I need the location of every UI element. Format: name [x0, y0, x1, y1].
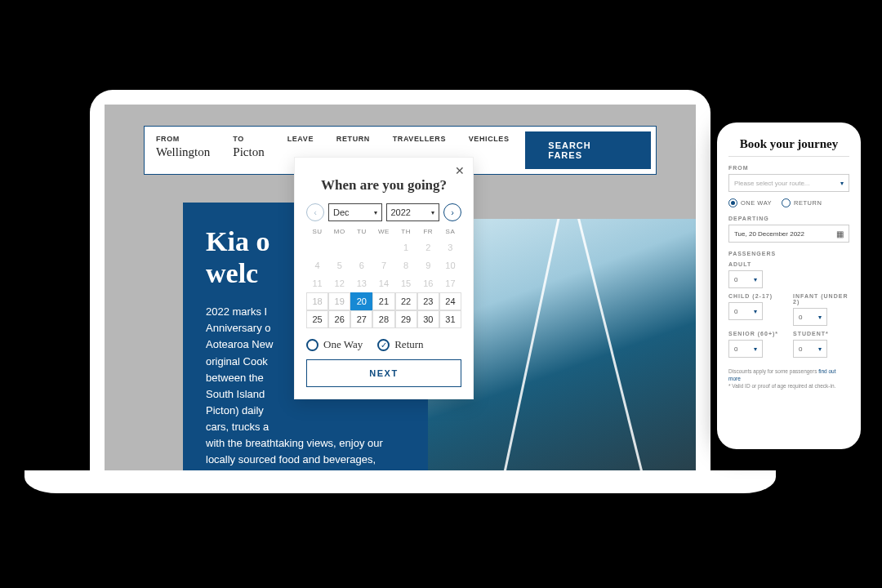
calendar-day[interactable]: 31	[439, 310, 461, 328]
laptop-screen: FROM Wellington TO Picton LEAVE RETURN T…	[105, 105, 696, 482]
calendar-day: 15	[395, 274, 417, 292]
calendar-day[interactable]: 20	[350, 292, 372, 310]
popover-title: When are you going?	[306, 177, 461, 194]
chevron-down-icon: ▾	[818, 314, 822, 321]
to-field[interactable]: TO Picton	[221, 127, 275, 174]
day-of-week-header: SUMOTUWETHFRSA	[306, 228, 461, 235]
calendar-day[interactable]: 19	[328, 292, 350, 310]
calendar-day: 6	[350, 256, 372, 274]
infant-label: INFANT (UNDER 2)	[793, 293, 849, 305]
to-value: Picton	[233, 145, 264, 159]
phone-screen: Book your journey FROM Please select you…	[728, 137, 849, 390]
calendar-day: 8	[395, 256, 417, 274]
from-field[interactable]: FROM Wellington	[145, 127, 221, 174]
laptop-frame: FROM Wellington TO Picton LEAVE RETURN T…	[90, 90, 710, 482]
calendar-day	[372, 238, 394, 256]
calendar-day: 11	[306, 274, 328, 292]
infant-count-select[interactable]: 0▾	[793, 308, 827, 326]
chevron-down-icon: ▾	[754, 345, 757, 353]
calendar-day: 16	[417, 274, 439, 292]
calendar-day: 5	[328, 256, 350, 274]
adult-count-select[interactable]: 0▾	[728, 270, 763, 288]
phone-return-radio[interactable]: RETURN	[782, 198, 822, 207]
calendar-day	[350, 238, 372, 256]
vehicles-label: VEHICLES	[469, 135, 510, 143]
chevron-down-icon: ▾	[754, 276, 757, 283]
phone-frame: Book your journey FROM Please select you…	[717, 122, 861, 449]
prev-month-button[interactable]: ‹	[306, 203, 324, 221]
route-select[interactable]: Please select your route... ▾	[728, 174, 849, 192]
phone-title: Book your journey	[728, 137, 849, 151]
chevron-down-icon: ▾	[840, 180, 844, 187]
to-label: TO	[233, 135, 264, 143]
calendar-day	[328, 238, 350, 256]
phone-from-label: FROM	[728, 165, 849, 171]
search-fares-button[interactable]: SEARCH FARES	[525, 131, 651, 169]
calendar-day[interactable]: 25	[306, 310, 328, 328]
student-label: STUDENT*	[793, 331, 849, 336]
calendar-day: 2	[417, 238, 439, 256]
next-month-button[interactable]: ›	[443, 203, 461, 221]
return-radio[interactable]: Return	[377, 338, 423, 351]
phone-oneway-radio[interactable]: ONE WAY	[728, 198, 772, 207]
calendar-day[interactable]: 28	[372, 310, 394, 328]
laptop-base	[24, 470, 776, 493]
chevron-down-icon: ▾	[431, 209, 434, 216]
departing-select[interactable]: Tue, 20 December 2022 ▦	[728, 225, 849, 243]
calendar-day: 17	[439, 274, 461, 292]
radio-checked-icon	[728, 198, 737, 207]
chevron-left-icon: ‹	[314, 207, 317, 217]
calendar-day[interactable]: 27	[350, 310, 372, 328]
calendar-day[interactable]: 23	[417, 292, 439, 310]
calendar-day[interactable]: 24	[439, 292, 461, 310]
calendar-day: 9	[417, 256, 439, 274]
calendar-day	[306, 238, 328, 256]
calendar-day: 1	[395, 238, 417, 256]
calendar-icon: ▦	[836, 229, 844, 238]
calendar-day: 4	[306, 256, 328, 274]
chevron-right-icon: ›	[451, 207, 454, 217]
radio-icon	[306, 339, 318, 351]
next-button[interactable]: NEXT	[306, 359, 461, 387]
calendar-day[interactable]: 26	[328, 310, 350, 328]
oneway-radio[interactable]: One Way	[306, 338, 363, 351]
calendar-day: 3	[439, 238, 461, 256]
child-label: CHILD (2-17)	[728, 293, 785, 299]
from-label: FROM	[156, 135, 210, 143]
senior-label: SENIOR (60+)*	[728, 331, 785, 336]
date-popover: ✕ When are you going? ‹ Dec▾ 2022▾ › SUM…	[294, 157, 474, 399]
calendar-day[interactable]: 30	[417, 310, 439, 328]
chevron-down-icon: ▾	[754, 308, 757, 315]
calendar-day: 7	[372, 256, 394, 274]
adult-label: ADULT	[728, 261, 849, 267]
from-value: Wellington	[156, 145, 210, 159]
calendar-day: 10	[439, 256, 461, 274]
radio-checked-icon	[377, 339, 390, 351]
phone-passengers-label: PASSENGERS	[728, 251, 849, 256]
calendar-day[interactable]: 29	[395, 310, 417, 328]
chevron-down-icon: ▾	[374, 209, 377, 216]
calendar-day: 13	[350, 274, 372, 292]
leave-label: LEAVE	[287, 135, 314, 143]
travellers-label: TRAVELLERS	[393, 135, 446, 143]
calendar-day: 12	[328, 274, 350, 292]
radio-icon	[782, 198, 791, 207]
calendar-day[interactable]: 18	[306, 292, 328, 310]
phone-departing-label: DEPARTING	[728, 216, 849, 221]
month-select[interactable]: Dec▾	[328, 203, 382, 221]
return-label: RETURN	[336, 135, 370, 143]
senior-count-select[interactable]: 0▾	[728, 340, 763, 358]
year-select[interactable]: 2022▾	[386, 203, 440, 221]
chevron-down-icon: ▾	[818, 345, 822, 353]
student-count-select[interactable]: 0▾	[793, 340, 827, 358]
calendar-grid: 1234567891011121314151617181920212223242…	[306, 238, 461, 328]
calendar-day: 14	[372, 274, 394, 292]
calendar-day[interactable]: 22	[395, 292, 417, 310]
phone-footer-note: Discounts apply for some passengers find…	[728, 368, 849, 390]
child-count-select[interactable]: 0▾	[728, 302, 763, 320]
calendar-day[interactable]: 21	[372, 292, 394, 310]
close-icon[interactable]: ✕	[455, 164, 465, 177]
